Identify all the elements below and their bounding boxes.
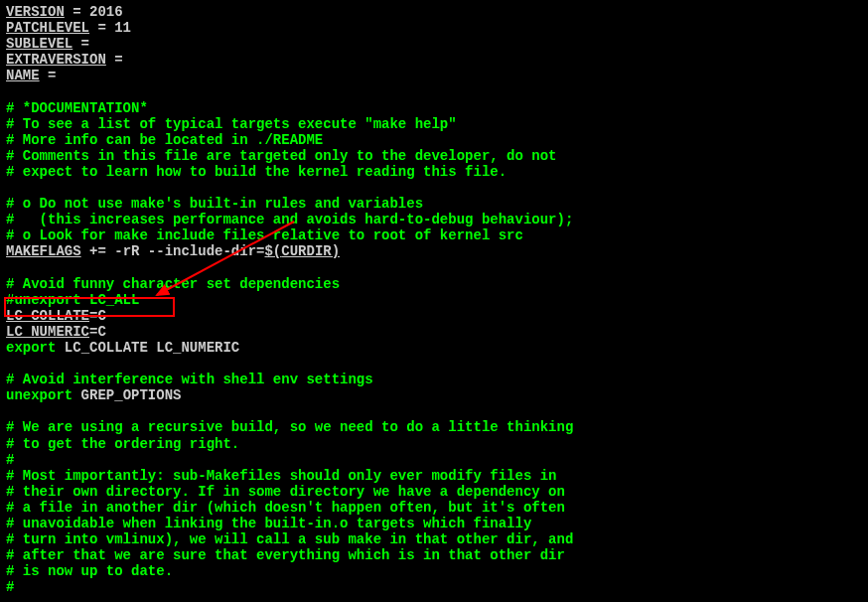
code-line: SUBLEVEL =: [6, 36, 862, 52]
var-name: LC_COLLATE: [6, 308, 89, 324]
terminal-viewport[interactable]: VERSION = 2016 PATCHLEVEL = 11 SUBLEVEL …: [0, 0, 868, 599]
blank-line: [6, 260, 862, 276]
var-name: VERSION: [6, 4, 65, 20]
comment-line: # after that we are sure that everything…: [6, 547, 862, 563]
code-line: LC_NUMERIC=C: [6, 324, 862, 340]
comment-line: # a file in another dir (which doesn't h…: [6, 500, 862, 516]
comment-line: #: [6, 452, 862, 468]
comment-line: # turn into vmlinux), we will call a sub…: [6, 531, 862, 547]
var-name: LC_NUMERIC: [6, 324, 89, 340]
comment-line: # expect to learn how to build the kerne…: [6, 164, 862, 180]
code-line: PATCHLEVEL = 11: [6, 20, 862, 36]
var-assign: =: [72, 36, 89, 52]
highlighted-comment-line: #unexport LC_ALL: [6, 292, 862, 308]
code-line: LC_COLLATE=C: [6, 308, 862, 324]
comment-line: # o Do not use make's built-in rules and…: [6, 196, 862, 212]
var-assign: = 11: [89, 20, 131, 36]
comment-line: # We are using a recursive build, so we …: [6, 419, 862, 435]
unexport-vars: GREP_OPTIONS: [72, 387, 181, 403]
comment-line: # o Look for make include files relative…: [6, 227, 862, 243]
comment-line: # Comments in this file are targeted onl…: [6, 148, 862, 164]
var-assign: =: [106, 52, 123, 68]
code-line: unexport GREP_OPTIONS: [6, 387, 862, 403]
comment-line: # To see a list of typical targets execu…: [6, 116, 862, 132]
blank-line: [6, 403, 862, 419]
var-name: NAME: [6, 68, 40, 83]
code-line: VERSION = 2016: [6, 4, 862, 20]
code-line: export LC_COLLATE LC_NUMERIC: [6, 340, 862, 356]
comment-line: # Avoid interference with shell env sett…: [6, 372, 862, 387]
code-line: EXTRAVERSION =: [6, 52, 862, 68]
comment-line: #: [6, 579, 862, 595]
comment-line: # to get the ordering right.: [6, 436, 862, 452]
comment-line: # is now up to date.: [6, 563, 862, 579]
func-call: $(: [264, 243, 281, 259]
var-assign: =C: [89, 308, 106, 324]
blank-line: [6, 83, 862, 99]
comment-line: # *DOCUMENTATION*: [6, 100, 862, 116]
code-line: MAKEFLAGS += -rR --include-dir=$(CURDIR): [6, 243, 862, 259]
var-assign: = 2016: [65, 4, 123, 20]
func-arg: CURDIR): [281, 243, 340, 259]
blank-line: [6, 356, 862, 372]
var-assign: += -rR --include-dir=: [81, 243, 265, 259]
blank-line: [6, 180, 862, 196]
var-assign: =C: [89, 324, 106, 340]
var-assign: =: [40, 68, 57, 83]
var-name: PATCHLEVEL: [6, 20, 89, 36]
comment-line: # unavoidable when linking the built-in.…: [6, 516, 862, 531]
comment-line: # Avoid funny character set dependencies: [6, 276, 862, 292]
export-vars: LC_COLLATE LC_NUMERIC: [56, 340, 239, 356]
comment-line: # More info can be located in ./README: [6, 132, 862, 148]
comment-line: # Most importantly: sub-Makefiles should…: [6, 468, 862, 484]
keyword: export: [6, 340, 56, 356]
var-name: EXTRAVERSION: [6, 52, 106, 68]
var-name: MAKEFLAGS: [6, 243, 81, 259]
keyword: unexport: [6, 387, 72, 403]
comment-line: # (this increases performance and avoids…: [6, 212, 862, 227]
comment-line: # their own directory. If in some direct…: [6, 484, 862, 500]
var-name: SUBLEVEL: [6, 36, 72, 52]
code-line: NAME =: [6, 68, 862, 83]
